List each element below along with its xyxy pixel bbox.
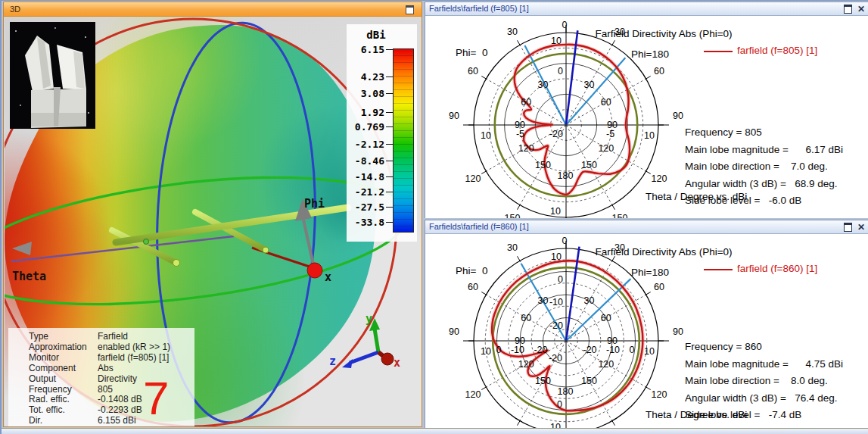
colorbar-tick [386, 144, 393, 145]
colorbar-gradient [393, 48, 414, 233]
plot-label: 10 [644, 130, 655, 141]
farfield-805-plot-area[interactable]: 0303060609090120120150150180303060609090… [425, 16, 868, 218]
phi-0-label: Phi= 0 [456, 265, 487, 276]
plot-label: 150 [505, 213, 521, 218]
plot-label: 60 [468, 282, 478, 292]
plot-label: 150 [535, 160, 551, 170]
restore-icon[interactable] [406, 5, 414, 14]
colorbar-tick-label: -14.8 [347, 171, 384, 183]
plot-title: Farfield Directivity Abs (Phi=0) [539, 28, 789, 39]
colorbar-tick [386, 112, 393, 113]
info-label: Rad. effic. [29, 394, 70, 404]
phi-0-label: Phi= 0 [456, 47, 487, 58]
colorbar-tick [386, 176, 393, 177]
plot-label: 0 [630, 345, 635, 355]
plot-label: 60 [601, 97, 611, 108]
stat-line: Frequency = 805 [685, 126, 762, 138]
colorbar-title: dBi [347, 29, 406, 41]
plot-label: 120 [518, 143, 534, 154]
colorbar-tick-label: 6.15 [347, 44, 384, 55]
info-value: 6.155 dBi [98, 415, 136, 426]
farfield-860-plot-area[interactable]: 0303060609090120120150150180303060609090… [425, 234, 868, 434]
stat-line: Angular width (3 dB) = 68.9 deg. [685, 178, 838, 189]
farfield-805-titlebar[interactable]: Farfields\farfield (f=805) [1] ✕ [425, 2, 868, 16]
plot-label: 150 [612, 213, 628, 218]
colorbar-tick [386, 161, 393, 161]
3d-window-titlebar[interactable]: 3D [4, 2, 422, 17]
3d-window-title: 3D [10, 5, 20, 14]
plot-label: 60 [521, 313, 531, 323]
legend-label: farfield (f=805) [1] [737, 45, 817, 56]
info-row: Approximationenabled (kR >> 1) [8, 342, 194, 352]
colorbar-tick-label: -2.12 [347, 139, 384, 150]
axis-caption: Theta / Degree vs. dBi [646, 409, 747, 420]
plot-label: 120 [465, 173, 481, 184]
colorbar-tick-label: -8.46 [347, 155, 384, 167]
plot-label: 120 [465, 389, 481, 400]
plot-label: 90 [449, 326, 459, 337]
application-workspace: 3D [0, 0, 868, 434]
plot-label: 10 [644, 346, 655, 357]
colorbar-tick-label: 0.769 [347, 121, 384, 133]
3d-view-window: 3D [3, 2, 422, 427]
rod-end-cap [263, 247, 269, 253]
info-label: Dir. [29, 415, 42, 426]
farfield-805-window: Farfields\farfield (f=805) [1] ✕ 0303060… [425, 2, 868, 218]
antenna-model-photo [10, 22, 95, 129]
plot-label: -20 [549, 320, 563, 331]
plot-label: 120 [598, 359, 614, 370]
angular-width-line [566, 279, 630, 341]
colorbar-tick-label: -33.8 [347, 217, 384, 228]
colorbar-tick-label: -27.5 [347, 201, 384, 213]
plot-label: 60 [468, 66, 478, 76]
colorbar-tick-label: 3.08 [347, 88, 384, 99]
colorbar-tick [386, 76, 393, 77]
info-value: Farfield [98, 331, 128, 342]
colorbar-tick-label: -21.2 [347, 186, 384, 198]
phi-axis-label: Phi [304, 197, 325, 211]
plot-label: 180 [558, 170, 574, 181]
info-value: -0.2293 dB [98, 404, 142, 415]
plot-label: 0 [558, 274, 563, 285]
info-label: Type [29, 331, 48, 342]
info-label: Approximation [29, 342, 87, 352]
restore-icon[interactable] [844, 223, 852, 232]
legend-line-swatch [704, 51, 733, 52]
plot-label: 0 [496, 345, 502, 355]
3d-viewport[interactable]: Phi x Theta y z x [5, 17, 422, 426]
status-bar [2, 428, 868, 434]
plot-label: -20 [534, 345, 547, 355]
plot-label: 90 [449, 111, 459, 121]
plot-label: 30 [507, 27, 518, 37]
stat-line: Main lobe magnitude = 6.17 dBi [685, 144, 843, 155]
info-value: farfield (f=805) [1] [98, 352, 169, 363]
plot-label: 60 [654, 66, 664, 76]
colorbar-tick [386, 126, 393, 127]
plot-label: -5 [606, 129, 614, 139]
colorbar-tick-label: 4.23 [347, 71, 384, 83]
plot-label: 120 [652, 173, 667, 184]
info-value: Directivity [98, 373, 137, 384]
phi-180-label: Phi=180 [631, 48, 669, 60]
rod-end-cap [173, 260, 180, 267]
legend-line-swatch [704, 269, 733, 270]
info-value: -0.1408 dB [98, 394, 142, 404]
plot-label: 150 [581, 160, 597, 170]
plot-label: 0 [562, 236, 568, 246]
close-icon[interactable]: ✕ [857, 5, 865, 13]
plot-label: 60 [521, 97, 531, 108]
plot-label: 120 [652, 389, 667, 400]
farfield-860-titlebar[interactable]: Farfields\farfield (f=860) [1] ✕ [425, 220, 868, 234]
info-value: 805 [98, 384, 113, 395]
theta-axis-label: Theta [12, 270, 46, 283]
plot-label: 180 [558, 386, 574, 397]
info-label: Output [29, 373, 56, 384]
plot-label: 30 [538, 80, 549, 90]
farfield-805-title: Farfields\farfield (f=805) [1] [429, 4, 529, 13]
close-icon[interactable]: ✕ [857, 223, 865, 231]
info-label: Monitor [29, 352, 59, 363]
plot-label: -10 [511, 345, 524, 355]
legend-label: farfield (f=860) [1] [737, 263, 817, 274]
colorbar-panel: dBi 6.154.233.081.920.769-2.12-8.46-14.8… [347, 24, 417, 242]
restore-icon[interactable] [844, 5, 852, 14]
